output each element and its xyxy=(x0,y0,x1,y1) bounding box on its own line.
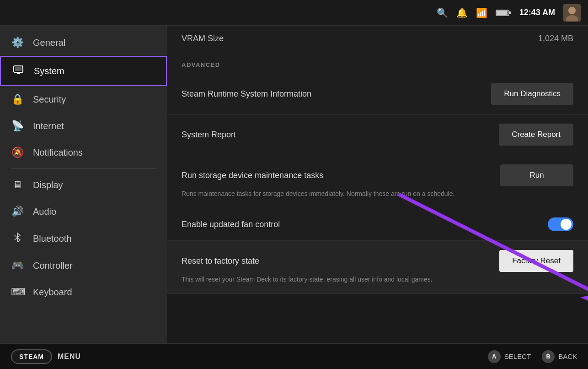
main-layout: ⚙️ General System 🔒 Security 📡 Internet xyxy=(0,26,588,343)
b-button: B xyxy=(542,350,555,363)
content-wrapper: VRAM Size 1,024 MB ADVANCED Steam Runtim… xyxy=(167,26,588,343)
factory-reset-row-inner: Reset to factory state Factory Reset xyxy=(182,250,573,272)
sidebar: ⚙️ General System 🔒 Security 📡 Internet xyxy=(0,26,167,343)
display-icon: 🖥 xyxy=(11,179,24,191)
sidebar-item-security[interactable]: 🔒 Security xyxy=(0,86,167,113)
search-icon[interactable]: 🔍 xyxy=(437,7,448,18)
sidebar-item-internet-label: Internet xyxy=(33,121,64,131)
fan-row: Enable updated fan control xyxy=(167,208,588,241)
sidebar-item-controller-label: Controller xyxy=(33,260,73,271)
sidebar-divider xyxy=(11,168,156,169)
bottom-controls: A SELECT B BACK xyxy=(488,350,577,363)
report-row: System Report Create Report xyxy=(167,114,588,155)
vram-row: VRAM Size 1,024 MB xyxy=(167,26,588,52)
notification-icon[interactable]: 🔔 xyxy=(456,7,468,18)
storage-row-inner: Run storage device maintenance tasks Run xyxy=(182,164,573,186)
sidebar-item-system-label: System xyxy=(34,66,64,76)
factory-reset-button[interactable]: Factory Reset xyxy=(499,250,573,272)
diagnostics-label-group: Steam Runtime System Information xyxy=(182,89,491,99)
back-control: B BACK xyxy=(542,350,577,363)
report-label: System Report xyxy=(182,130,499,140)
fan-label: Enable updated fan control xyxy=(182,220,548,229)
content-area: VRAM Size 1,024 MB ADVANCED Steam Runtim… xyxy=(167,26,588,294)
back-label: BACK xyxy=(558,353,577,360)
create-report-button[interactable]: Create Report xyxy=(499,124,573,146)
sidebar-item-display-label: Display xyxy=(33,180,63,190)
svg-rect-1 xyxy=(497,11,508,15)
select-control: A SELECT xyxy=(488,350,531,363)
battery-icon xyxy=(496,9,511,17)
sidebar-item-audio[interactable]: 🔊 Audio xyxy=(0,198,167,225)
controller-icon: 🎮 xyxy=(11,260,24,271)
svg-line-12 xyxy=(15,238,17,240)
fan-toggle-slider xyxy=(548,217,573,231)
advanced-section-header: ADVANCED xyxy=(167,52,588,74)
factory-reset-sub: This will reset your Steam Deck to its f… xyxy=(182,275,433,284)
svg-line-11 xyxy=(15,235,17,238)
audio-icon: 🔊 xyxy=(11,206,24,217)
sidebar-item-audio-label: Audio xyxy=(33,206,56,217)
run-diagnostics-button[interactable]: Run Diagnostics xyxy=(491,83,573,105)
select-label: SELECT xyxy=(504,353,531,360)
bluetooth-icon xyxy=(11,232,24,245)
avatar[interactable] xyxy=(563,4,581,22)
lock-icon: 🔒 xyxy=(11,93,24,105)
sidebar-item-bluetooth[interactable]: Bluetooth xyxy=(0,225,167,252)
system-icon xyxy=(12,64,25,78)
gear-icon: ⚙️ xyxy=(11,37,24,49)
svg-point-4 xyxy=(568,7,576,14)
bottombar: STEAM MENU A SELECT B BACK xyxy=(0,343,588,369)
factory-reset-row: Reset to factory state Factory Reset Thi… xyxy=(167,241,588,294)
fan-toggle[interactable] xyxy=(548,217,573,231)
sidebar-item-keyboard-label: Keyboard xyxy=(33,287,72,298)
steam-menu-group: STEAM MENU xyxy=(11,349,81,364)
sidebar-item-notifications[interactable]: 🔕 Notifications xyxy=(0,139,167,166)
vram-label: VRAM Size xyxy=(182,34,224,43)
diagnostics-label: Steam Runtime System Information xyxy=(182,89,491,99)
storage-sub: Runs maintenance tasks for storage devic… xyxy=(182,189,454,199)
sidebar-item-internet[interactable]: 📡 Internet xyxy=(0,113,167,139)
sidebar-item-controller[interactable]: 🎮 Controller xyxy=(0,252,167,279)
sidebar-item-bluetooth-label: Bluetooth xyxy=(33,233,72,244)
menu-label: MENU xyxy=(58,353,81,361)
a-button: A xyxy=(488,350,501,363)
keyboard-icon: ⌨ xyxy=(11,286,24,298)
sidebar-item-display[interactable]: 🖥 Display xyxy=(0,172,167,198)
svg-rect-8 xyxy=(17,73,20,74)
factory-reset-label: Reset to factory state xyxy=(182,256,259,266)
steam-button[interactable]: STEAM xyxy=(11,349,52,364)
svg-rect-2 xyxy=(509,11,511,14)
sidebar-item-general-label: General xyxy=(33,38,65,48)
topbar: 🔍 🔔 📶 12:43 AM xyxy=(0,0,588,26)
report-label-group: System Report xyxy=(182,130,499,140)
sidebar-item-keyboard[interactable]: ⌨ Keyboard xyxy=(0,279,167,305)
svg-rect-9 xyxy=(16,72,21,73)
sidebar-item-general[interactable]: ⚙️ General xyxy=(0,29,167,56)
wifi-icon: 📶 xyxy=(476,7,487,18)
vram-value: 1,024 MB xyxy=(538,34,573,43)
svg-rect-7 xyxy=(15,67,21,71)
wifi-sidebar-icon: 📡 xyxy=(11,120,24,132)
notifications-icon: 🔕 xyxy=(11,147,24,158)
sidebar-item-system[interactable]: System xyxy=(0,56,167,86)
diagnostics-row: Steam Runtime System Information Run Dia… xyxy=(167,74,588,114)
run-storage-button[interactable]: Run xyxy=(500,164,573,186)
clock: 12:43 AM xyxy=(519,8,555,17)
storage-row: Run storage device maintenance tasks Run… xyxy=(167,155,588,208)
fan-label-group: Enable updated fan control xyxy=(182,220,548,229)
sidebar-item-security-label: Security xyxy=(33,94,66,105)
storage-label: Run storage device maintenance tasks xyxy=(182,171,323,180)
sidebar-item-notifications-label: Notifications xyxy=(33,147,83,158)
